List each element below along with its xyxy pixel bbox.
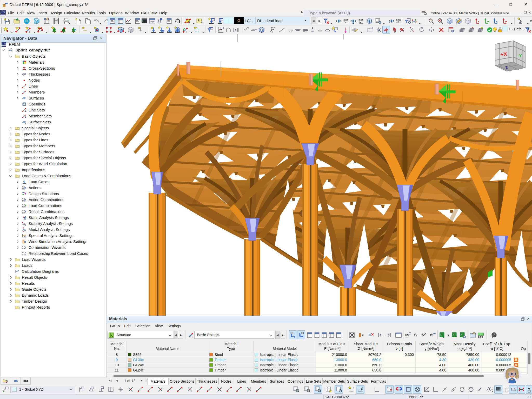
svg-text:-Y: -Y — [517, 53, 522, 58]
svg-text:x: x — [478, 20, 479, 23]
svg-text:x.xx: x.xx — [343, 18, 348, 21]
svg-text:fx: fx — [421, 333, 425, 337]
svg-text:X: X — [440, 333, 442, 336]
svg-text:I: I — [192, 336, 192, 338]
svg-text:I: I — [25, 117, 25, 118]
svg-text:x.xx: x.xx — [358, 18, 363, 21]
svg-text:>sc: >sc — [150, 20, 154, 23]
svg-text:ab: ab — [405, 333, 409, 337]
svg-text:0,00: 0,00 — [478, 335, 483, 338]
svg-text:X: X — [452, 333, 454, 336]
svg-text:I: I — [25, 93, 25, 95]
svg-text:-Y: -Y — [487, 20, 489, 23]
svg-text:-x: -x — [505, 20, 507, 23]
svg-text:z: z — [496, 20, 497, 23]
svg-text:+X: +X — [500, 51, 508, 57]
svg-text:I: I — [29, 30, 30, 33]
svg-text:Rd: Rd — [22, 224, 24, 225]
svg-text:fx: fx — [414, 333, 417, 337]
svg-text:I: I — [186, 30, 187, 33]
svg-text:>_: >_ — [142, 20, 145, 23]
svg-text:C: C — [25, 19, 28, 23]
svg-text:6: 6 — [3, 3, 5, 8]
svg-text:X: X — [460, 333, 462, 336]
svg-text:x.xx: x.xx — [396, 18, 401, 21]
svg-text:?: ? — [493, 333, 495, 337]
